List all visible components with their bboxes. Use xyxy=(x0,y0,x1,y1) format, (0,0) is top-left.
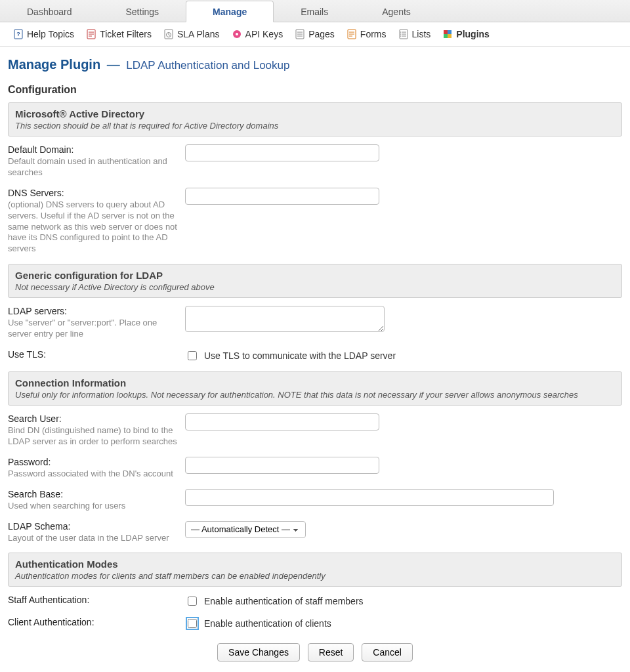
password-help: Password associated with the DN's accoun… xyxy=(8,469,178,480)
row-dns-servers: DNS Servers: (optional) DNS servers to q… xyxy=(8,188,622,255)
api-keys-icon xyxy=(232,29,242,39)
tab-settings[interactable]: Settings xyxy=(99,1,186,22)
pages-icon xyxy=(295,29,305,39)
default-domain-label: Default Domain: xyxy=(8,144,178,155)
client-auth-checkbox[interactable] xyxy=(188,619,197,628)
section-ldap: Generic configuration for LDAP Not neces… xyxy=(8,264,622,298)
top-tabs: Dashboard Settings Manage Emails Agents xyxy=(0,0,630,22)
ldap-schema-select[interactable]: — Automatically Detect — xyxy=(185,521,306,538)
row-search-user: Search User: Bind DN (distinguished name… xyxy=(8,413,622,448)
staff-auth-checkbox[interactable] xyxy=(188,597,197,606)
forms-icon xyxy=(346,29,357,39)
use-tls-label: Use TLS: xyxy=(8,349,178,360)
section-auth-subtitle: Authentication modes for clients and sta… xyxy=(15,571,615,581)
button-row: Save Changes Reset Cancel xyxy=(8,643,622,662)
page-title-sep: — xyxy=(104,57,123,72)
default-domain-input[interactable] xyxy=(185,144,379,161)
password-input[interactable] xyxy=(185,457,379,474)
svg-point-6 xyxy=(236,33,238,35)
row-ldap-servers: LDAP servers: Use "server" or "server:po… xyxy=(8,306,622,340)
client-auth-label: Client Authentication: xyxy=(8,617,178,627)
nav-label: SLA Plans xyxy=(177,29,220,39)
sla-plans-icon xyxy=(163,29,174,39)
search-base-input[interactable] xyxy=(185,489,554,506)
use-tls-checkbox[interactable] xyxy=(188,351,197,360)
tab-emails[interactable]: Emails xyxy=(274,1,355,22)
search-user-input[interactable] xyxy=(185,413,379,430)
nav-help-topics[interactable]: ? Help Topics xyxy=(8,26,79,42)
section-ad: Microsoft® Active Directory This section… xyxy=(8,102,622,136)
row-ldap-schema: LDAP Schema: Layout of the user data in … xyxy=(8,521,622,544)
nav-api-keys[interactable]: API Keys xyxy=(226,26,289,42)
svg-point-10 xyxy=(400,32,400,32)
svg-rect-14 xyxy=(448,30,452,34)
dns-servers-label: DNS Servers: xyxy=(8,188,178,198)
row-default-domain: Default Domain: Default domain used in a… xyxy=(8,144,622,178)
nav-lists[interactable]: Lists xyxy=(393,26,436,42)
client-auth-chk-label: Enable authentication of clients xyxy=(204,618,331,629)
nav-forms[interactable]: Forms xyxy=(341,26,392,42)
ticket-filters-icon xyxy=(86,29,96,39)
search-user-help: Bind DN (distinguished name) to bind to … xyxy=(8,425,178,448)
section-conn: Connection Information Useful only for i… xyxy=(8,371,622,406)
section-conn-subtitle: Useful only for information lookups. Not… xyxy=(15,390,615,400)
ldap-schema-help: Layout of the user data in the LDAP serv… xyxy=(8,533,178,544)
section-ad-subtitle: This section should be all that is requi… xyxy=(15,121,615,131)
plugins-icon xyxy=(442,29,453,39)
save-button[interactable]: Save Changes xyxy=(217,643,300,662)
row-search-base: Search Base: Used when searching for use… xyxy=(8,489,622,512)
reset-button[interactable]: Reset xyxy=(308,643,354,662)
nav-ticket-filters[interactable]: Ticket Filters xyxy=(81,26,157,42)
nav-label: Plugins xyxy=(456,29,490,39)
nav-pages[interactable]: Pages xyxy=(289,26,340,42)
nav-label: Pages xyxy=(308,29,335,39)
staff-auth-label: Staff Authentication: xyxy=(8,595,178,605)
row-password: Password: Password associated with the D… xyxy=(8,457,622,480)
staff-auth-chk-label: Enable authentication of staff members xyxy=(204,596,364,606)
ldap-servers-label: LDAP servers: xyxy=(8,306,178,316)
ldap-servers-input[interactable] xyxy=(185,306,385,332)
config-heading: Configuration xyxy=(8,84,622,96)
nav-label: Help Topics xyxy=(27,29,74,39)
nav-sla-plans[interactable]: SLA Plans xyxy=(158,26,225,42)
nav-label: API Keys xyxy=(245,29,284,39)
tab-dashboard[interactable]: Dashboard xyxy=(0,1,99,22)
nav-plugins[interactable]: Plugins xyxy=(437,26,495,42)
page-title-sub: LDAP Authentication and Lookup xyxy=(126,59,289,72)
section-auth-title: Authentication Modes xyxy=(15,558,118,570)
search-user-label: Search User: xyxy=(8,413,178,424)
section-ad-title: Microsoft® Active Directory xyxy=(15,108,144,119)
password-label: Password: xyxy=(8,457,178,467)
cancel-button[interactable]: Cancel xyxy=(362,643,413,662)
svg-rect-15 xyxy=(444,34,448,38)
content: Manage Plugin — LDAP Authentication and … xyxy=(0,47,630,672)
svg-text:?: ? xyxy=(16,31,20,37)
svg-rect-16 xyxy=(448,34,452,38)
dns-servers-input[interactable] xyxy=(185,188,379,205)
svg-point-12 xyxy=(400,35,400,36)
use-tls-chk-label: Use TLS to communicate with the LDAP ser… xyxy=(204,350,396,361)
search-base-help: Used when searching for users xyxy=(8,501,178,512)
help-topics-icon: ? xyxy=(13,29,24,39)
section-ldap-title: Generic configuration for LDAP xyxy=(15,270,163,281)
row-client-auth: Client Authentication: Enable authentica… xyxy=(8,617,622,630)
default-domain-help: Default domain used in authentication an… xyxy=(8,156,178,178)
tab-manage[interactable]: Manage xyxy=(186,1,274,22)
section-conn-title: Connection Information xyxy=(15,377,126,388)
nav-label: Ticket Filters xyxy=(100,29,152,39)
svg-rect-13 xyxy=(444,30,448,34)
sub-nav: ? Help Topics Ticket Filters SLA Plans A… xyxy=(0,22,630,47)
nav-label: Lists xyxy=(412,29,431,39)
section-auth: Authentication Modes Authentication mode… xyxy=(8,553,622,587)
ldap-schema-label: LDAP Schema: xyxy=(8,521,178,532)
section-ldap-subtitle: Not necessary if Active Directory is con… xyxy=(15,282,615,292)
search-base-label: Search Base: xyxy=(8,489,178,499)
row-use-tls: Use TLS: Use TLS to communicate with the… xyxy=(8,349,622,362)
dns-servers-help: (optional) DNS servers to query about AD… xyxy=(8,200,178,255)
ldap-servers-help: Use "server" or "server:port". Place one… xyxy=(8,318,178,340)
lists-icon xyxy=(398,29,409,39)
page-title: Manage Plugin — LDAP Authentication and … xyxy=(8,57,622,72)
nav-label: Forms xyxy=(360,29,387,39)
tab-agents[interactable]: Agents xyxy=(355,1,438,22)
svg-point-11 xyxy=(400,33,400,34)
